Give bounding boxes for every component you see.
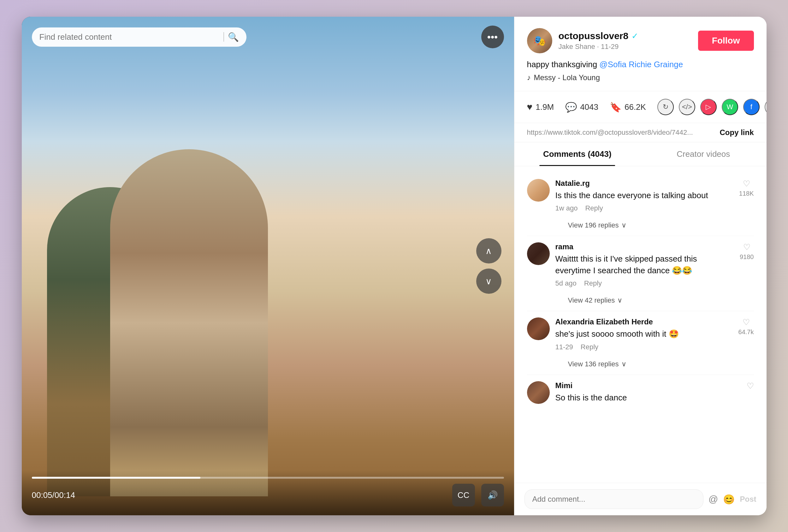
follow-button[interactable]: Follow (698, 31, 754, 51)
comment-like: ♡ 118K (739, 179, 754, 212)
down-arrow-icon: ∨ (485, 276, 492, 287)
bookmark-stat-icon: 🔖 (610, 102, 622, 113)
view-replies-2[interactable]: View 42 replies ∨ (555, 294, 767, 311)
comments-section[interactable]: Natalie.rg Is this the dance everyone is… (514, 166, 767, 483)
comment-text: Is this the dance everyone is talking ab… (555, 190, 733, 201)
comment-body: rama Waitttt this is it I've skipped pas… (555, 242, 734, 288)
video-panel: 🔍 ••• ∧ ∨ (22, 17, 514, 515)
search-bar: 🔍 (32, 27, 247, 47)
reply-button[interactable]: Reply (584, 279, 602, 288)
tab-comments[interactable]: Comments (4043) (514, 142, 641, 166)
avatar-initials: 🎭 (533, 35, 546, 47)
share-more-button[interactable]: → (765, 99, 767, 115)
music-row: ♪ Messy - Lola Young (527, 73, 754, 82)
comment-time: 1w ago (555, 204, 578, 212)
post-comment-button[interactable]: Post (740, 495, 756, 504)
like-count: 9180 (740, 253, 754, 261)
video-controls: 00:05/00:14 CC 🔊 (22, 471, 514, 515)
search-input[interactable] (39, 32, 220, 42)
comments-count: 4043 (580, 102, 598, 112)
copy-link-button[interactable]: Copy link (720, 128, 754, 137)
bookmarks-count: 66.2K (625, 102, 646, 112)
creator-sub: Jake Shane · 11-29 (558, 43, 639, 51)
comment-meta: 11-29 Reply (555, 343, 733, 351)
comment-item: Natalie.rg Is this the dance everyone is… (514, 173, 767, 219)
creator-name-row: octopusslover8 ✓ (558, 31, 639, 41)
video-content[interactable] (22, 17, 514, 515)
search-button[interactable]: 🔍 (228, 32, 239, 42)
emoji-icon: 😊 (723, 494, 735, 505)
like-heart-icon[interactable]: ♡ (743, 242, 750, 252)
likes-stat: ♥ 1.9M (527, 102, 554, 112)
comment-body: Mimi So this is the dance (555, 381, 741, 407)
info-panel: 🎭 octopusslover8 ✓ Jake Shane · 11-29 Fo… (514, 17, 767, 515)
tabs-row: Comments (4043) Creator videos (514, 142, 767, 166)
captions-button[interactable]: CC (452, 484, 475, 507)
prev-video-button[interactable]: ∧ (476, 238, 501, 263)
more-icon: ••• (487, 31, 498, 43)
url-display: https://www.tiktok.com/@octopusslover8/v… (527, 129, 716, 137)
at-mention-button[interactable]: @ (708, 494, 718, 505)
comment-time: 11-29 (555, 343, 573, 351)
more-options-button[interactable]: ••• (481, 25, 504, 48)
share-icons: ↻ </> ▷ W f → (657, 99, 767, 115)
comment-username: Mimi (555, 381, 741, 390)
caption: happy thanksgiving @Sofia Richie Grainge (527, 60, 754, 70)
add-comment-input[interactable] (525, 489, 704, 509)
reply-button[interactable]: Reply (581, 343, 598, 351)
like-heart-icon[interactable]: ♡ (743, 317, 750, 327)
comment-body: Natalie.rg Is this the dance everyone is… (555, 179, 733, 212)
likes-count: 1.9M (535, 102, 554, 112)
reply-button[interactable]: Reply (585, 204, 603, 212)
heart-stat-icon: ♥ (527, 102, 533, 112)
captions-icon: CC (458, 490, 470, 500)
comment-text: Waitttt this is it I've skipped passed t… (555, 253, 734, 276)
comment-username: Natalie.rg (555, 179, 733, 188)
volume-icon: 🔊 (488, 490, 498, 500)
comment-item: rama Waitttt this is it I've skipped pas… (514, 236, 767, 294)
share-avatar-button[interactable]: ▷ (700, 99, 717, 115)
comment-item: Alexandria Elizabeth Herde she's just so… (514, 311, 767, 357)
time-display: 00:05/00:14 (32, 490, 75, 500)
emoji-button[interactable]: 😊 (723, 494, 735, 505)
embed-button[interactable]: </> (679, 99, 695, 115)
comment-body: Alexandria Elizabeth Herde she's just so… (555, 317, 733, 351)
comment-like: ♡ (747, 381, 754, 407)
panel-header: 🎭 octopusslover8 ✓ Jake Shane · 11-29 Fo… (514, 17, 767, 91)
comment-time: 5d ago (555, 279, 576, 288)
search-divider (223, 32, 224, 42)
verified-icon: ✓ (631, 31, 638, 41)
view-replies-3[interactable]: View 136 replies ∨ (555, 357, 767, 375)
chevron-down-icon: ∨ (622, 221, 626, 230)
comment-avatar-alex (527, 317, 550, 340)
volume-button[interactable]: 🔊 (481, 484, 504, 507)
tab-creator-videos[interactable]: Creator videos (640, 142, 767, 166)
chevron-down-icon: ∨ (617, 296, 622, 304)
creator-info: 🎭 octopusslover8 ✓ Jake Shane · 11-29 (527, 28, 639, 53)
avatar: 🎭 (527, 28, 552, 53)
repost-button[interactable]: ↻ (657, 99, 674, 115)
controls-row: 00:05/00:14 CC 🔊 (32, 484, 504, 507)
like-heart-icon[interactable]: ♡ (743, 179, 750, 189)
music-note-icon: ♪ (527, 73, 531, 82)
share-facebook-button[interactable]: f (743, 99, 760, 115)
mention[interactable]: @Sofia Richie Grainge (599, 60, 683, 69)
comment-text: she's just soooo smooth with it 🤩 (555, 328, 733, 339)
comment-like: ♡ 64.7k (738, 317, 754, 351)
at-icon: @ (708, 494, 718, 504)
like-heart-icon[interactable]: ♡ (747, 381, 754, 391)
progress-bar[interactable] (32, 477, 504, 479)
comment-avatar-rama (527, 242, 550, 265)
share-whatsapp-button[interactable]: W (722, 99, 738, 115)
chevron-down-icon: ∨ (622, 360, 626, 368)
comments-stat: 💬 4043 (565, 102, 598, 113)
comment-username: rama (555, 242, 734, 251)
comment-username: Alexandria Elizabeth Herde (555, 317, 733, 326)
person-right (110, 149, 268, 496)
view-replies-1[interactable]: View 196 replies ∨ (555, 219, 767, 236)
comment-avatar-mimi (527, 381, 550, 404)
next-video-button[interactable]: ∨ (476, 269, 501, 294)
up-arrow-icon: ∧ (485, 246, 492, 256)
music-label: Messy - Lola Young (534, 73, 600, 82)
creator-text: octopusslover8 ✓ Jake Shane · 11-29 (558, 31, 639, 51)
